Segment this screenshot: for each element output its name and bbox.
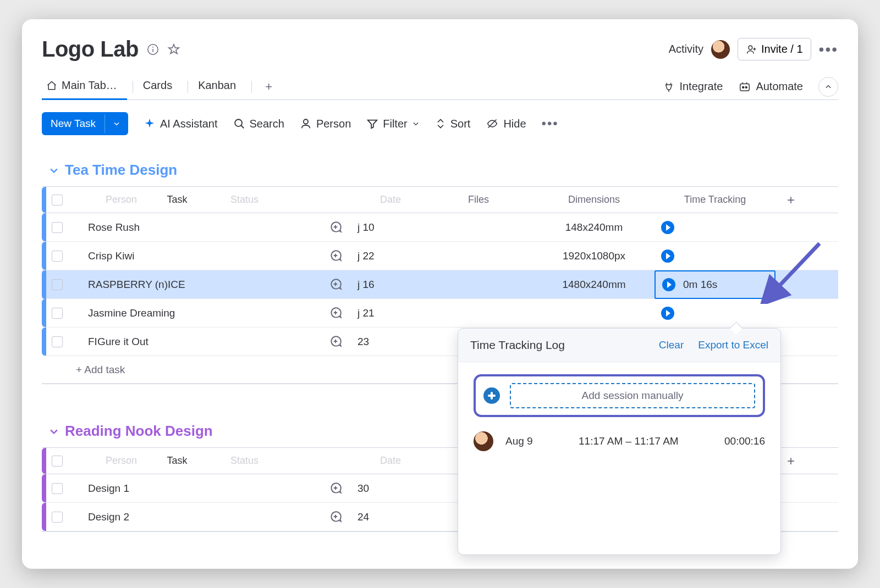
topbar-left: Logo Lab: [42, 37, 180, 62]
table-row[interactable]: RASPBERRY (n)ICE j 16 1480x240mm 0m 16s: [42, 270, 838, 299]
table-row[interactable]: Rose Rush j 10 148x240mm: [42, 213, 838, 242]
activity-label[interactable]: Activity: [669, 43, 703, 56]
session-range: 11:17 AM – 11:17 AM: [545, 435, 712, 447]
info-icon[interactable]: [146, 43, 160, 56]
time-tracking-cell[interactable]: [654, 307, 776, 320]
date-cell[interactable]: j 22: [358, 250, 424, 262]
chat-icon[interactable]: [328, 248, 344, 264]
time-tracking-cell[interactable]: [654, 221, 776, 234]
task-name[interactable]: RASPBERRY (n)ICE: [73, 279, 315, 291]
chat-icon[interactable]: [328, 220, 344, 235]
person-icon: [300, 118, 312, 130]
date-cell[interactable]: j 21: [358, 307, 424, 319]
new-task-button[interactable]: New Task: [42, 112, 128, 135]
play-icon[interactable]: [661, 221, 674, 234]
svg-point-8: [743, 86, 744, 88]
more-icon[interactable]: •••: [819, 41, 838, 58]
play-icon[interactable]: [661, 249, 674, 263]
filter-icon: [366, 118, 378, 130]
add-view-button[interactable]: +: [257, 80, 280, 94]
row-checkbox[interactable]: [52, 483, 63, 494]
sort-button[interactable]: Sort: [435, 118, 471, 130]
play-icon[interactable]: [661, 307, 674, 320]
chat-icon[interactable]: [328, 334, 344, 350]
date-cell[interactable]: 23: [358, 336, 424, 348]
group-color-bar: [42, 328, 46, 356]
dimensions-cell[interactable]: 148x240mm: [534, 221, 654, 234]
hide-button[interactable]: Hide: [486, 118, 526, 130]
svg-point-2: [152, 46, 153, 47]
date-cell[interactable]: j 16: [358, 279, 424, 291]
chevron-down-icon: [412, 120, 420, 127]
date-cell[interactable]: j 10: [358, 221, 424, 234]
row-checkbox[interactable]: [52, 279, 63, 290]
col-task[interactable]: Task: [167, 194, 187, 205]
chat-icon[interactable]: [328, 306, 344, 321]
table-row[interactable]: Crisp Kiwi j 22 1920x1080px: [42, 242, 838, 270]
collapse-toggle[interactable]: [818, 77, 838, 97]
group-color-bar: [42, 187, 46, 213]
chevron-down-icon: [48, 426, 59, 437]
date-cell[interactable]: 30: [358, 482, 424, 495]
chevron-down-icon[interactable]: [105, 114, 128, 133]
task-name[interactable]: Jasmine Dreaming: [73, 307, 315, 319]
avatar[interactable]: [711, 40, 730, 59]
home-icon: [46, 80, 57, 91]
svg-point-14: [304, 119, 308, 124]
integrate-button[interactable]: Integrate: [663, 80, 723, 93]
tab-cards[interactable]: Cards: [139, 74, 182, 99]
add-column-button[interactable]: +: [776, 192, 806, 208]
ai-assistant-button[interactable]: AI Assistant: [144, 118, 218, 130]
task-name[interactable]: FIGure it Out: [73, 336, 315, 348]
plus-icon[interactable]: [483, 387, 500, 404]
row-checkbox[interactable]: [52, 251, 63, 262]
tab-separator: [251, 81, 252, 93]
clear-link[interactable]: Clear: [659, 339, 684, 351]
col-files[interactable]: Files: [424, 194, 534, 206]
export-link[interactable]: Export to Excel: [698, 339, 768, 351]
chat-icon[interactable]: [328, 277, 344, 292]
table-row[interactable]: Jasmine Dreaming j 21: [42, 299, 838, 328]
play-icon[interactable]: [662, 278, 675, 291]
select-all-checkbox[interactable]: [52, 456, 63, 467]
col-date[interactable]: Date: [358, 194, 424, 206]
task-name[interactable]: Design 2: [73, 511, 315, 523]
invite-button[interactable]: Invite / 1: [738, 38, 811, 60]
chat-icon[interactable]: [328, 509, 344, 525]
group-color-bar: [42, 270, 46, 299]
search-button[interactable]: Search: [233, 118, 284, 130]
col-time-tracking[interactable]: Time Tracking: [654, 194, 776, 206]
svg-point-12: [235, 119, 242, 126]
person-filter-button[interactable]: Person: [300, 118, 351, 130]
filter-button[interactable]: Filter: [366, 118, 419, 130]
time-tracking-cell[interactable]: 0m 16s: [654, 270, 776, 299]
row-checkbox[interactable]: [52, 512, 63, 523]
session-date: Aug 9: [505, 435, 533, 447]
group-header[interactable]: Tea Time Design: [42, 162, 838, 179]
chat-icon[interactable]: [328, 481, 344, 496]
dimensions-cell[interactable]: 1920x1080px: [534, 250, 654, 262]
task-name[interactable]: Rose Rush: [73, 221, 315, 234]
tab-kanban[interactable]: Kanban: [194, 74, 246, 99]
star-icon[interactable]: [167, 43, 180, 56]
select-all-checkbox[interactable]: [52, 195, 63, 206]
row-checkbox[interactable]: [52, 336, 63, 347]
date-cell[interactable]: 24: [358, 511, 424, 523]
robot-icon: [738, 81, 751, 93]
col-dimensions[interactable]: Dimensions: [534, 194, 654, 206]
automate-button[interactable]: Automate: [738, 80, 803, 93]
session-row: Aug 9 11:17 AM – 11:17 AM 00:00:16: [474, 431, 765, 451]
tab-main[interactable]: Main Tab…: [42, 74, 127, 99]
task-name[interactable]: Crisp Kiwi: [73, 250, 315, 262]
col-date[interactable]: Date: [358, 455, 424, 467]
add-session-button[interactable]: Add session manually: [510, 383, 755, 408]
row-checkbox[interactable]: [52, 222, 63, 233]
toolbar-more-icon[interactable]: •••: [542, 116, 559, 131]
col-task[interactable]: Task: [167, 455, 187, 466]
time-tracking-cell[interactable]: [654, 249, 776, 263]
task-name[interactable]: Design 1: [73, 482, 315, 495]
dimensions-cell[interactable]: 1480x240mm: [534, 279, 654, 291]
row-checkbox[interactable]: [52, 308, 63, 319]
board-title: Logo Lab: [42, 37, 139, 62]
popover-body: Add session manually Aug 9 11:17 AM – 11…: [458, 362, 780, 554]
